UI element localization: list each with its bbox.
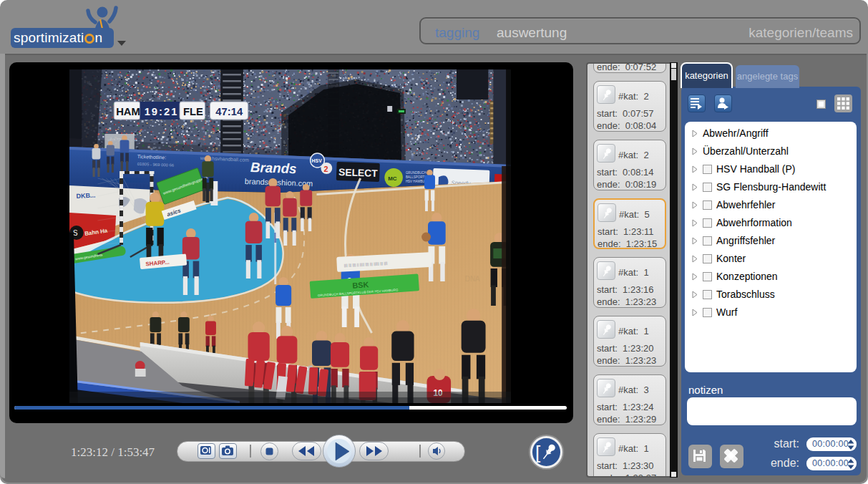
svg-text:MC: MC [388,175,397,182]
svg-text:GRUNDBUCH: GRUNDBUCH [406,171,426,175]
svg-text:Brands: Brands [250,160,297,176]
svg-text:BSK: BSK [352,280,369,290]
svg-text:DKB...: DKB... [76,192,95,200]
svg-text:19:21: 19:21 [145,106,179,117]
svg-text:2: 2 [323,165,328,173]
svg-text:Tickethotline:: Tickethotline: [137,154,167,160]
svg-text:SELECT: SELECT [338,166,379,179]
svg-text:47:14: 47:14 [215,106,243,117]
svg-text:FLE: FLE [183,106,203,117]
svg-text:HAM: HAM [116,106,140,117]
svg-text:DNA: DNA [465,275,480,283]
svg-text:[: [ [535,442,541,463]
svg-text:HSV: HSV [312,158,323,163]
